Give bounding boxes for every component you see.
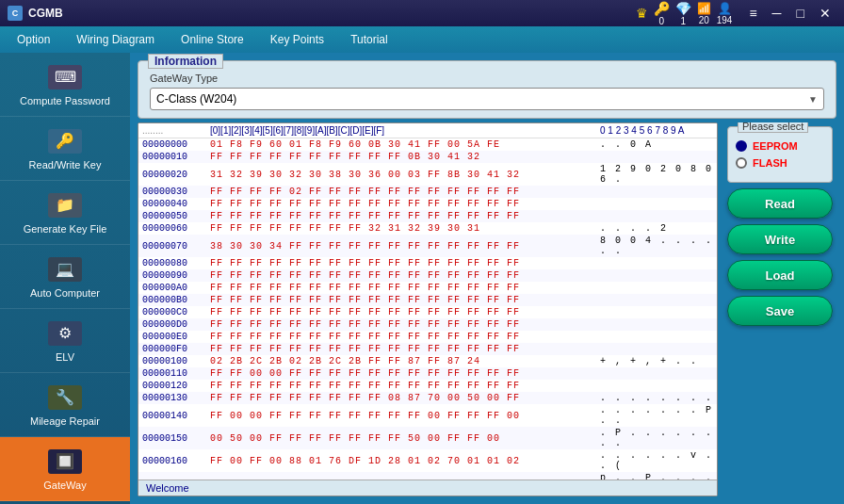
hex-addr: 000000C0 — [142, 307, 210, 317]
window-controls: ≡ ─ □ ✕ — [743, 4, 836, 23]
hex-row: 000000D0 FF FF FF FF FF FF FF FF FF FF F… — [138, 318, 717, 331]
menu-tutorial[interactable]: Tutorial — [337, 29, 401, 50]
sidebar-item-compute-password[interactable]: ⌨ Compute Password — [0, 53, 130, 117]
hex-row: 00000060 FF FF FF FF FF FF FF FF 32 31 3… — [138, 222, 717, 235]
hex-bytes: FF FF FF FF FF FF FF FF FF FF FF FF FF F… — [210, 258, 600, 268]
badge-key: 🔑 0 — [654, 1, 670, 26]
hex-row: 00000090 FF FF FF FF FF FF FF FF FF FF F… — [138, 269, 717, 282]
hex-row: 00000130 FF FF FF FF FF FF FF FF FF 08 8… — [138, 392, 717, 404]
sidebar: ⌨ Compute Password 🔑 Read/Write Key 📁 Ge… — [0, 53, 130, 504]
please-select-legend: Please select — [738, 122, 808, 133]
hex-row: 00000050 FF FF FF FF FF FF FF FF FF FF F… — [138, 210, 717, 222]
hex-body[interactable]: 00000000 01 F8 F9 60 01 F8 F9 60 0B 30 4… — [138, 138, 717, 480]
generate-key-file-icon: 📁 — [46, 191, 84, 219]
maximize-button[interactable]: □ — [791, 4, 810, 23]
badge-user-value: 194 — [717, 15, 733, 25]
hex-addr: 00000070 — [142, 241, 210, 252]
hex-container: ........ [0][1][2][3][4][5][6][7][8][9][… — [138, 122, 718, 496]
gateway-icon: 🔲 — [46, 447, 84, 476]
hex-row: 000000A0 FF FF FF FF FF FF FF FF FF FF F… — [138, 282, 717, 294]
app-title-group: C CGMB — [8, 6, 63, 21]
hex-bytes: FF FF 00 00 FF FF FF FF FF FF FF FF FF F… — [210, 368, 600, 379]
hex-bytes: FF FF FF FF FF FF FF FF FF FF FF FF FF F… — [210, 344, 600, 354]
hex-row: 00000170 70 00 00 50 00 FF FF FF 00 FF F… — [138, 472, 717, 480]
hex-row: 00000030 FF FF FF FF 02 FF FF FF FF FF F… — [138, 186, 717, 198]
menu-option[interactable]: Option — [4, 29, 63, 50]
elv-icon: ⚙ — [46, 319, 84, 348]
menu-wiring-diagram[interactable]: Wiring Diagram — [63, 29, 168, 50]
write-button[interactable]: Write — [727, 224, 833, 254]
save-button[interactable]: Save — [727, 296, 833, 326]
sidebar-item-auto-computer[interactable]: 💻 Auto Computer — [0, 245, 130, 309]
sidebar-item-gateway[interactable]: 🔲 GateWay — [0, 437, 130, 501]
sidebar-item-read-write-key[interactable]: 🔑 Read/Write Key — [0, 117, 130, 181]
badge-diamond: 💎 1 — [675, 1, 691, 26]
load-button[interactable]: Load — [727, 260, 833, 290]
hex-addr: 00000100 — [142, 356, 210, 366]
sidebar-label-generate-key-file: Generate Key File — [24, 223, 107, 235]
read-button[interactable]: Read — [727, 188, 833, 219]
hex-addr: 00000140 — [142, 411, 210, 421]
hex-addr: 00000120 — [142, 381, 210, 391]
auto-computer-icon: 💻 — [46, 255, 84, 284]
hex-bytes: 01 F8 F9 60 01 F8 F9 60 0B 30 41 FF 00 5… — [210, 139, 600, 150]
hex-addr: 00000110 — [142, 368, 210, 379]
hex-addr: 000000F0 — [142, 344, 210, 354]
hex-row: 000000B0 FF FF FF FF FF FF FF FF FF FF F… — [138, 294, 717, 306]
hex-row: 00000150 00 50 00 FF FF FF FF FF FF FF 5… — [138, 427, 717, 449]
hex-ascii: + , + , + . . — [600, 356, 713, 366]
gateway-type-select[interactable]: C-Class (W204) ▼ — [150, 88, 824, 110]
hex-addr: 00000040 — [142, 199, 210, 209]
radio-flash-label: FLASH — [753, 157, 787, 169]
menu-button[interactable]: ≡ — [743, 4, 762, 23]
hex-bytes: FF 00 00 FF FF FF FF FF FF FF FF 00 FF F… — [210, 411, 600, 421]
sidebar-item-mileage-repair[interactable]: 🔧 Mileage Repair — [0, 373, 130, 437]
hex-bytes: FF FF FF FF FF FF FF FF FF FF FF FF FF F… — [210, 283, 600, 293]
hex-addr: 00000160 — [142, 456, 210, 466]
hex-addr: 00000130 — [142, 393, 210, 403]
radio-eeprom[interactable]: EEPROM — [736, 140, 824, 152]
hex-right-row: ........ [0][1][2][3][4][5][6][7][8][9][… — [138, 122, 836, 496]
hex-row: 00000080 FF FF FF FF FF FF FF FF FF FF F… — [138, 257, 717, 269]
crown-icon: ♛ — [636, 6, 648, 21]
hex-row: 00000100 02 2B 2C 2B 02 2B 2C 2B FF FF 8… — [138, 355, 717, 367]
hex-addr: 00000150 — [142, 433, 210, 444]
hex-header-ascii: 0 1 2 3 4 5 6 7 8 9 A — [600, 125, 713, 136]
info-legend: Information — [148, 54, 223, 69]
sidebar-label-read-write-key: Read/Write Key — [29, 159, 102, 171]
hex-addr: 00000020 — [142, 170, 210, 180]
sidebar-item-generate-key-file[interactable]: 📁 Generate Key File — [0, 181, 130, 245]
hex-ascii: 8 0 0 4 . . . . . . — [600, 236, 713, 256]
radio-flash[interactable]: FLASH — [736, 157, 824, 169]
close-button[interactable]: ✕ — [814, 4, 836, 23]
hex-header-dots: ........ — [142, 125, 210, 136]
hex-row: 00000140 FF 00 00 FF FF FF FF FF FF FF F… — [138, 404, 717, 427]
hex-bytes: 31 32 39 30 32 30 38 30 36 00 03 FF 8B 3… — [210, 170, 600, 180]
hex-addr: 00000010 — [142, 152, 210, 162]
hex-bytes: FF FF FF FF 02 FF FF FF FF FF FF FF FF F… — [210, 187, 600, 197]
main-layout: ⌨ Compute Password 🔑 Read/Write Key 📁 Ge… — [0, 53, 844, 504]
title-bar-controls: ♛ 🔑 0 💎 1 📶 20 👤 194 ≡ ─ □ ✕ — [636, 1, 836, 26]
sidebar-item-elv[interactable]: ⚙ ELV — [0, 309, 130, 373]
hex-addr: 00000000 — [142, 139, 210, 150]
minimize-button[interactable]: ─ — [767, 4, 787, 23]
please-select-group: Please select EEPROM FLASH — [727, 126, 833, 183]
sidebar-label-gateway: GateWay — [43, 480, 86, 491]
gateway-select-value: C-Class (W204) — [156, 92, 236, 106]
badge-signal-value: 20 — [699, 15, 709, 25]
hex-addr: 000000B0 — [142, 295, 210, 305]
content-area: Information GateWay Type C-Class (W204) … — [130, 53, 844, 504]
hex-ascii: . . . . . . . . — [600, 393, 713, 403]
hex-row: 00000110 FF FF 00 00 FF FF FF FF FF FF F… — [138, 367, 717, 380]
hex-bytes: FF FF FF FF FF FF FF FF FF FF FF FF FF F… — [210, 319, 600, 330]
menu-key-points[interactable]: Key Points — [257, 29, 337, 50]
menu-online-store[interactable]: Online Store — [168, 29, 257, 50]
hex-addr: 00000050 — [142, 211, 210, 221]
badge-user: 👤 194 — [717, 2, 733, 25]
hex-bytes: 38 30 30 34 FF FF FF FF FF FF FF FF FF F… — [210, 241, 600, 252]
app-title: CGMB — [28, 7, 63, 20]
hex-row: 000000E0 FF FF FF FF FF FF FF FF FF FF F… — [138, 331, 717, 343]
badge-signal: 📶 20 — [697, 2, 711, 25]
sidebar-label-elv: ELV — [56, 351, 74, 363]
hex-row: 00000070 38 30 30 34 FF FF FF FF FF FF F… — [138, 235, 717, 257]
